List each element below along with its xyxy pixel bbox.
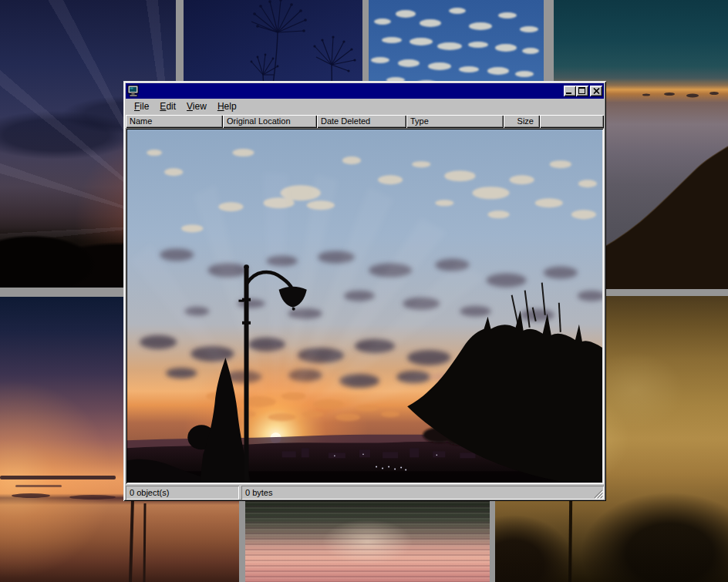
recycle-bin-window: File Edit View Help Name Original Locati… [123, 81, 606, 501]
menu-edit[interactable]: Edit [154, 99, 181, 114]
list-column-headers: Name Original Location Date Deleted Type… [126, 115, 604, 128]
sunset-lamppost-photo [127, 130, 602, 483]
close-button[interactable] [590, 86, 602, 96]
titlebar[interactable] [126, 83, 604, 99]
list-view[interactable] [126, 128, 604, 484]
maximize-button[interactable] [576, 86, 588, 96]
resize-grip-icon[interactable] [593, 489, 603, 499]
menu-bar: File Edit View Help [126, 99, 604, 115]
menu-help[interactable]: Help [212, 99, 242, 114]
computer-icon[interactable] [127, 85, 140, 97]
column-header-type[interactable]: Type [406, 115, 504, 128]
close-icon [593, 88, 600, 94]
menu-view[interactable]: View [181, 99, 212, 114]
status-bytes: 0 bytes [241, 486, 604, 500]
column-header-original-location[interactable]: Original Location [223, 115, 317, 128]
minimize-icon [566, 93, 571, 94]
column-header-size[interactable]: Size [504, 115, 540, 128]
column-header-date-deleted[interactable]: Date Deleted [317, 115, 406, 128]
status-objects: 0 object(s) [126, 486, 239, 500]
menu-file[interactable]: File [129, 99, 154, 114]
status-bar: 0 object(s) 0 bytes [126, 484, 604, 500]
minimize-button[interactable] [564, 86, 576, 96]
column-header-name[interactable]: Name [126, 115, 223, 128]
column-header-blank[interactable] [540, 115, 604, 128]
maximize-icon [578, 87, 585, 94]
